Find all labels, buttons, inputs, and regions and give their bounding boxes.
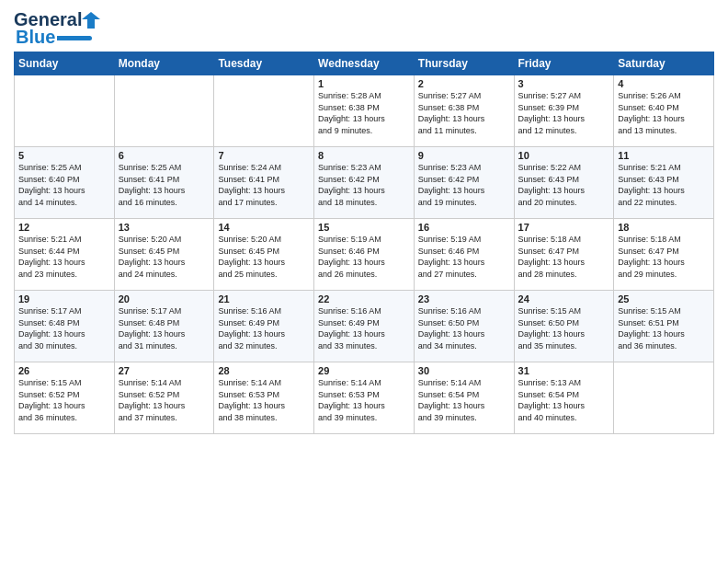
day-details: Sunrise: 5:22 AM Sunset: 6:43 PM Dayligh… [518, 162, 610, 208]
day-details: Sunrise: 5:21 AM Sunset: 6:44 PM Dayligh… [18, 234, 110, 280]
day-details: Sunrise: 5:21 AM Sunset: 6:43 PM Dayligh… [618, 162, 710, 208]
calendar-cell: 30Sunrise: 5:14 AM Sunset: 6:54 PM Dayli… [414, 362, 514, 434]
calendar-cell: 4Sunrise: 5:26 AM Sunset: 6:40 PM Daylig… [614, 75, 714, 147]
day-number: 15 [318, 222, 410, 233]
calendar-cell: 19Sunrise: 5:17 AM Sunset: 6:48 PM Dayli… [15, 291, 115, 362]
day-number: 20 [119, 293, 210, 304]
day-details: Sunrise: 5:18 AM Sunset: 6:47 PM Dayligh… [518, 234, 610, 280]
day-number: 14 [218, 222, 310, 233]
calendar-cell: 11Sunrise: 5:21 AM Sunset: 6:43 PM Dayli… [614, 147, 714, 219]
day-number: 18 [618, 222, 710, 233]
calendar-cell [114, 75, 214, 147]
day-header-monday: Monday [114, 52, 214, 75]
calendar-cell: 12Sunrise: 5:21 AM Sunset: 6:44 PM Dayli… [15, 219, 115, 291]
day-header-friday: Friday [514, 52, 614, 75]
calendar-cell: 14Sunrise: 5:20 AM Sunset: 6:45 PM Dayli… [214, 219, 314, 291]
day-number: 2 [418, 78, 510, 89]
day-header-wednesday: Wednesday [314, 52, 415, 75]
day-details: Sunrise: 5:16 AM Sunset: 6:50 PM Dayligh… [418, 305, 510, 351]
day-details: Sunrise: 5:13 AM Sunset: 6:54 PM Dayligh… [518, 377, 610, 423]
day-details: Sunrise: 5:26 AM Sunset: 6:40 PM Dayligh… [618, 90, 710, 136]
day-details: Sunrise: 5:24 AM Sunset: 6:41 PM Dayligh… [218, 162, 310, 208]
day-details: Sunrise: 5:15 AM Sunset: 6:50 PM Dayligh… [518, 305, 610, 351]
day-details: Sunrise: 5:19 AM Sunset: 6:46 PM Dayligh… [318, 234, 410, 280]
day-details: Sunrise: 5:27 AM Sunset: 6:38 PM Dayligh… [418, 90, 510, 136]
main-container: General Blue SundayMondayTuesdayWednesda… [0, 0, 728, 439]
calendar-cell: 31Sunrise: 5:13 AM Sunset: 6:54 PM Dayli… [514, 362, 614, 434]
day-number: 5 [18, 150, 110, 161]
day-number: 24 [518, 293, 610, 304]
calendar-cell: 16Sunrise: 5:19 AM Sunset: 6:46 PM Dayli… [414, 219, 514, 291]
calendar-cell: 7Sunrise: 5:24 AM Sunset: 6:41 PM Daylig… [214, 147, 314, 219]
day-number: 4 [618, 78, 710, 89]
day-details: Sunrise: 5:25 AM Sunset: 6:41 PM Dayligh… [119, 162, 210, 208]
calendar-cell: 20Sunrise: 5:17 AM Sunset: 6:48 PM Dayli… [114, 291, 214, 362]
day-details: Sunrise: 5:20 AM Sunset: 6:45 PM Dayligh… [218, 234, 310, 280]
week-row-1: 5Sunrise: 5:25 AM Sunset: 6:40 PM Daylig… [15, 147, 714, 219]
calendar-cell: 5Sunrise: 5:25 AM Sunset: 6:40 PM Daylig… [15, 147, 115, 219]
calendar-cell: 3Sunrise: 5:27 AM Sunset: 6:39 PM Daylig… [514, 75, 614, 147]
calendar-cell: 18Sunrise: 5:18 AM Sunset: 6:47 PM Dayli… [614, 219, 714, 291]
calendar-cell: 23Sunrise: 5:16 AM Sunset: 6:50 PM Dayli… [414, 291, 514, 362]
day-number: 17 [518, 222, 610, 233]
day-number: 26 [18, 365, 110, 376]
day-number: 1 [318, 78, 410, 89]
day-number: 25 [618, 293, 710, 304]
day-number: 29 [318, 365, 410, 376]
calendar-cell: 24Sunrise: 5:15 AM Sunset: 6:50 PM Dayli… [514, 291, 614, 362]
day-header-tuesday: Tuesday [214, 52, 314, 75]
calendar-cell: 26Sunrise: 5:15 AM Sunset: 6:52 PM Dayli… [15, 362, 115, 434]
day-number: 16 [418, 222, 510, 233]
calendar-cell: 28Sunrise: 5:14 AM Sunset: 6:53 PM Dayli… [214, 362, 314, 434]
day-details: Sunrise: 5:18 AM Sunset: 6:47 PM Dayligh… [618, 234, 710, 280]
day-details: Sunrise: 5:17 AM Sunset: 6:48 PM Dayligh… [18, 305, 110, 351]
week-row-2: 12Sunrise: 5:21 AM Sunset: 6:44 PM Dayli… [15, 219, 714, 291]
week-row-3: 19Sunrise: 5:17 AM Sunset: 6:48 PM Dayli… [15, 291, 714, 362]
day-number: 7 [218, 150, 310, 161]
day-details: Sunrise: 5:19 AM Sunset: 6:46 PM Dayligh… [418, 234, 510, 280]
logo-blue: Blue [16, 27, 55, 48]
day-details: Sunrise: 5:14 AM Sunset: 6:52 PM Dayligh… [119, 377, 210, 423]
day-details: Sunrise: 5:15 AM Sunset: 6:51 PM Dayligh… [618, 305, 710, 351]
day-number: 19 [18, 293, 110, 304]
day-details: Sunrise: 5:14 AM Sunset: 6:53 PM Dayligh… [218, 377, 310, 423]
svg-marker-0 [82, 12, 100, 29]
day-number: 27 [119, 365, 210, 376]
calendar-cell [214, 75, 314, 147]
day-header-sunday: Sunday [15, 52, 115, 75]
calendar-cell: 27Sunrise: 5:14 AM Sunset: 6:52 PM Dayli… [114, 362, 214, 434]
calendar-cell: 10Sunrise: 5:22 AM Sunset: 6:43 PM Dayli… [514, 147, 614, 219]
calendar-cell: 29Sunrise: 5:14 AM Sunset: 6:53 PM Dayli… [314, 362, 415, 434]
day-number: 28 [218, 365, 310, 376]
day-number: 3 [518, 78, 610, 89]
day-number: 22 [318, 293, 410, 304]
day-number: 9 [418, 150, 510, 161]
day-number: 10 [518, 150, 610, 161]
day-details: Sunrise: 5:15 AM Sunset: 6:52 PM Dayligh… [18, 377, 110, 423]
day-number: 6 [119, 150, 210, 161]
calendar-cell [614, 362, 714, 434]
header: General Blue [14, 9, 714, 48]
day-details: Sunrise: 5:14 AM Sunset: 6:54 PM Dayligh… [418, 377, 510, 423]
week-row-0: 1Sunrise: 5:28 AM Sunset: 6:38 PM Daylig… [15, 75, 714, 147]
day-details: Sunrise: 5:20 AM Sunset: 6:45 PM Dayligh… [119, 234, 210, 280]
day-number: 31 [518, 365, 610, 376]
day-details: Sunrise: 5:16 AM Sunset: 6:49 PM Dayligh… [318, 305, 410, 351]
logo: General Blue [14, 9, 102, 48]
day-details: Sunrise: 5:16 AM Sunset: 6:49 PM Dayligh… [218, 305, 310, 351]
day-details: Sunrise: 5:28 AM Sunset: 6:38 PM Dayligh… [318, 90, 410, 136]
day-details: Sunrise: 5:14 AM Sunset: 6:53 PM Dayligh… [318, 377, 410, 423]
calendar-cell: 8Sunrise: 5:23 AM Sunset: 6:42 PM Daylig… [314, 147, 415, 219]
day-number: 8 [318, 150, 410, 161]
calendar-cell: 25Sunrise: 5:15 AM Sunset: 6:51 PM Dayli… [614, 291, 714, 362]
calendar-cell: 21Sunrise: 5:16 AM Sunset: 6:49 PM Dayli… [214, 291, 314, 362]
calendar-cell: 9Sunrise: 5:23 AM Sunset: 6:42 PM Daylig… [414, 147, 514, 219]
day-number: 13 [119, 222, 210, 233]
day-details: Sunrise: 5:23 AM Sunset: 6:42 PM Dayligh… [318, 162, 410, 208]
day-details: Sunrise: 5:17 AM Sunset: 6:48 PM Dayligh… [119, 305, 210, 351]
day-number: 23 [418, 293, 510, 304]
day-number: 11 [618, 150, 710, 161]
calendar-cell [15, 75, 115, 147]
days-header-row: SundayMondayTuesdayWednesdayThursdayFrid… [15, 52, 714, 75]
day-details: Sunrise: 5:27 AM Sunset: 6:39 PM Dayligh… [518, 90, 610, 136]
